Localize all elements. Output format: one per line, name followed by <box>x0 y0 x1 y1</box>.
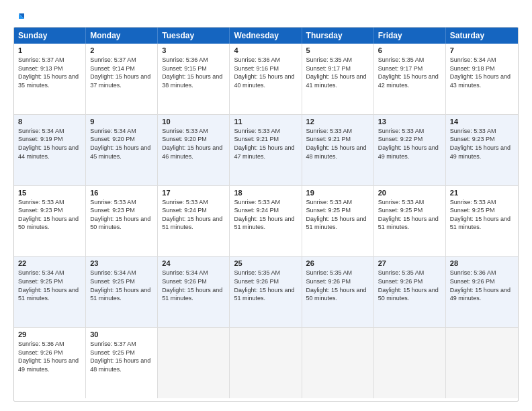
header <box>13 12 519 20</box>
day-cell-20: 20Sunrise: 5:33 AMSunset: 9:25 PMDayligh… <box>374 186 446 257</box>
day-number: 3 <box>162 46 225 54</box>
day-number: 29 <box>18 330 81 338</box>
day-cell-18: 18Sunrise: 5:33 AMSunset: 9:24 PMDayligh… <box>230 186 302 257</box>
day-number: 14 <box>450 118 514 126</box>
day-number: 9 <box>90 118 153 126</box>
day-number: 7 <box>450 46 514 54</box>
day-number: 1 <box>18 46 81 54</box>
day-cell-27: 27Sunrise: 5:35 AMSunset: 9:26 PMDayligh… <box>374 257 446 327</box>
cell-info: Sunrise: 5:37 AMSunset: 9:13 PMDaylight:… <box>18 56 81 89</box>
cell-info: Sunrise: 5:33 AMSunset: 9:24 PMDaylight:… <box>234 198 297 232</box>
cell-info: Sunrise: 5:37 AMSunset: 9:14 PMDaylight:… <box>90 56 153 89</box>
header-day-sunday: Sunday <box>14 28 86 44</box>
day-cell-16: 16Sunrise: 5:33 AMSunset: 9:23 PMDayligh… <box>86 186 158 257</box>
day-cell-4: 4Sunrise: 5:36 AMSunset: 9:16 PMDaylight… <box>230 44 302 114</box>
cell-info: Sunrise: 5:34 AMSunset: 9:19 PMDaylight:… <box>18 127 81 161</box>
day-cell-13: 13Sunrise: 5:33 AMSunset: 9:22 PMDayligh… <box>374 115 446 185</box>
day-number: 26 <box>306 259 369 267</box>
cell-info: Sunrise: 5:37 AMSunset: 9:25 PMDaylight:… <box>90 340 153 373</box>
day-number: 10 <box>162 118 225 126</box>
day-cell-17: 17Sunrise: 5:33 AMSunset: 9:24 PMDayligh… <box>158 186 230 257</box>
cell-info: Sunrise: 5:33 AMSunset: 9:23 PMDaylight:… <box>90 198 153 232</box>
day-cell-29: 29Sunrise: 5:36 AMSunset: 9:26 PMDayligh… <box>14 328 86 398</box>
cell-info: Sunrise: 5:34 AMSunset: 9:25 PMDaylight:… <box>90 269 153 302</box>
day-cell-7: 7Sunrise: 5:34 AMSunset: 9:18 PMDaylight… <box>446 44 518 114</box>
header-day-wednesday: Wednesday <box>230 28 302 44</box>
calendar-header: SundayMondayTuesdayWednesdayThursdayFrid… <box>14 28 518 44</box>
day-number: 2 <box>90 46 153 54</box>
cell-info: Sunrise: 5:33 AMSunset: 9:25 PMDaylight:… <box>450 198 514 232</box>
cell-info: Sunrise: 5:33 AMSunset: 9:21 PMDaylight:… <box>306 127 369 161</box>
day-number: 15 <box>18 189 81 197</box>
day-number: 19 <box>306 189 369 197</box>
logo <box>13 12 26 20</box>
day-cell-26: 26Sunrise: 5:35 AMSunset: 9:26 PMDayligh… <box>302 257 374 327</box>
day-cell-22: 22Sunrise: 5:34 AMSunset: 9:25 PMDayligh… <box>14 257 86 327</box>
cell-info: Sunrise: 5:33 AMSunset: 9:22 PMDaylight:… <box>378 127 441 161</box>
day-cell-9: 9Sunrise: 5:34 AMSunset: 9:20 PMDaylight… <box>86 115 158 185</box>
cell-info: Sunrise: 5:34 AMSunset: 9:20 PMDaylight:… <box>90 127 153 161</box>
day-number: 12 <box>306 118 369 126</box>
cell-info: Sunrise: 5:33 AMSunset: 9:23 PMDaylight:… <box>18 198 81 232</box>
day-number: 5 <box>306 46 369 54</box>
calendar-row-4: 22Sunrise: 5:34 AMSunset: 9:25 PMDayligh… <box>14 257 518 328</box>
calendar: SundayMondayTuesdayWednesdayThursdayFrid… <box>13 27 519 402</box>
day-number: 21 <box>450 189 514 197</box>
cell-info: Sunrise: 5:33 AMSunset: 9:25 PMDaylight:… <box>306 198 369 232</box>
day-number: 30 <box>90 330 153 338</box>
day-cell-21: 21Sunrise: 5:33 AMSunset: 9:25 PMDayligh… <box>446 186 518 257</box>
day-cell-11: 11Sunrise: 5:33 AMSunset: 9:21 PMDayligh… <box>230 115 302 185</box>
cell-info: Sunrise: 5:33 AMSunset: 9:21 PMDaylight:… <box>234 127 297 161</box>
cell-info: Sunrise: 5:33 AMSunset: 9:23 PMDaylight:… <box>450 127 514 161</box>
calendar-body: 1Sunrise: 5:37 AMSunset: 9:13 PMDaylight… <box>14 44 518 398</box>
empty-cell <box>302 328 374 398</box>
header-day-thursday: Thursday <box>302 28 374 44</box>
day-number: 4 <box>234 46 297 54</box>
day-number: 18 <box>234 189 297 197</box>
day-cell-19: 19Sunrise: 5:33 AMSunset: 9:25 PMDayligh… <box>302 186 374 257</box>
empty-cell <box>158 328 230 398</box>
day-cell-1: 1Sunrise: 5:37 AMSunset: 9:13 PMDaylight… <box>14 44 86 114</box>
calendar-row-1: 1Sunrise: 5:37 AMSunset: 9:13 PMDaylight… <box>14 44 518 115</box>
cell-info: Sunrise: 5:34 AMSunset: 9:26 PMDaylight:… <box>162 269 225 302</box>
cell-info: Sunrise: 5:35 AMSunset: 9:26 PMDaylight:… <box>378 269 441 302</box>
header-day-saturday: Saturday <box>446 28 518 44</box>
logo-icon <box>15 12 26 23</box>
day-number: 6 <box>378 46 441 54</box>
cell-info: Sunrise: 5:35 AMSunset: 9:17 PMDaylight:… <box>306 56 369 89</box>
day-number: 24 <box>162 259 225 267</box>
day-number: 8 <box>18 118 81 126</box>
day-cell-25: 25Sunrise: 5:35 AMSunset: 9:26 PMDayligh… <box>230 257 302 327</box>
cell-info: Sunrise: 5:33 AMSunset: 9:20 PMDaylight:… <box>162 127 225 161</box>
cell-info: Sunrise: 5:36 AMSunset: 9:15 PMDaylight:… <box>162 56 225 89</box>
calendar-row-2: 8Sunrise: 5:34 AMSunset: 9:19 PMDaylight… <box>14 115 518 186</box>
header-day-monday: Monday <box>86 28 158 44</box>
day-number: 16 <box>90 189 153 197</box>
empty-cell <box>446 328 518 398</box>
cell-info: Sunrise: 5:33 AMSunset: 9:25 PMDaylight:… <box>378 198 441 232</box>
day-number: 25 <box>234 259 297 267</box>
header-day-friday: Friday <box>374 28 446 44</box>
day-cell-3: 3Sunrise: 5:36 AMSunset: 9:15 PMDaylight… <box>158 44 230 114</box>
day-number: 22 <box>18 259 81 267</box>
cell-info: Sunrise: 5:35 AMSunset: 9:26 PMDaylight:… <box>234 269 297 302</box>
cell-info: Sunrise: 5:36 AMSunset: 9:26 PMDaylight:… <box>18 340 81 373</box>
cell-info: Sunrise: 5:35 AMSunset: 9:17 PMDaylight:… <box>378 56 441 89</box>
empty-cell <box>374 328 446 398</box>
day-number: 17 <box>162 189 225 197</box>
cell-info: Sunrise: 5:35 AMSunset: 9:26 PMDaylight:… <box>306 269 369 302</box>
page: SundayMondayTuesdayWednesdayThursdayFrid… <box>0 0 532 411</box>
cell-info: Sunrise: 5:33 AMSunset: 9:24 PMDaylight:… <box>162 198 225 232</box>
day-number: 27 <box>378 259 441 267</box>
cell-info: Sunrise: 5:34 AMSunset: 9:25 PMDaylight:… <box>18 269 81 302</box>
day-cell-6: 6Sunrise: 5:35 AMSunset: 9:17 PMDaylight… <box>374 44 446 114</box>
day-number: 23 <box>90 259 153 267</box>
empty-cell <box>230 328 302 398</box>
day-cell-24: 24Sunrise: 5:34 AMSunset: 9:26 PMDayligh… <box>158 257 230 327</box>
day-cell-28: 28Sunrise: 5:36 AMSunset: 9:26 PMDayligh… <box>446 257 518 327</box>
day-cell-2: 2Sunrise: 5:37 AMSunset: 9:14 PMDaylight… <box>86 44 158 114</box>
day-number: 13 <box>378 118 441 126</box>
cell-info: Sunrise: 5:36 AMSunset: 9:16 PMDaylight:… <box>234 56 297 89</box>
day-number: 28 <box>450 259 514 267</box>
day-cell-8: 8Sunrise: 5:34 AMSunset: 9:19 PMDaylight… <box>14 115 86 185</box>
